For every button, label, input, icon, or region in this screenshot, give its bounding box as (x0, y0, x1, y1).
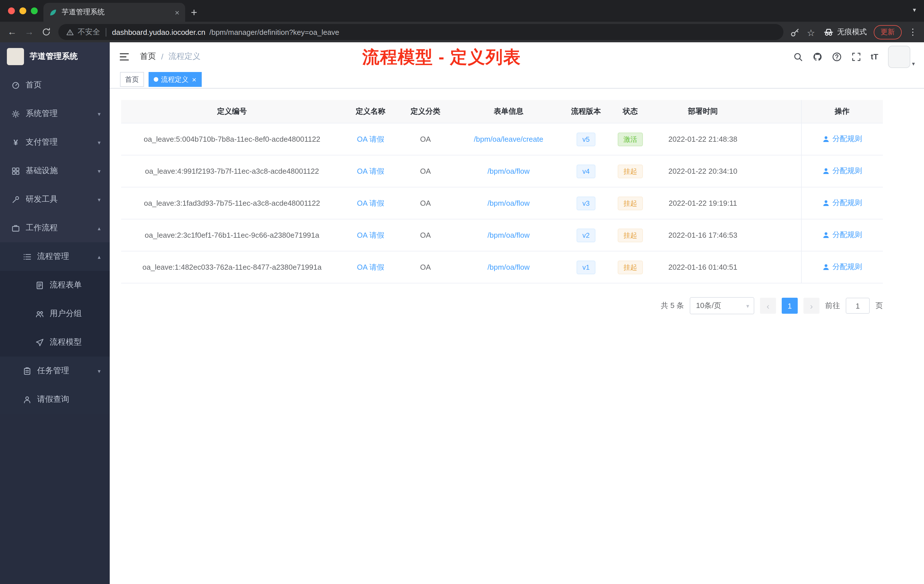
annotation-overlay: 流程模型 - 定义列表 (362, 46, 521, 69)
definition-name-link[interactable]: OA 请假 (357, 135, 384, 143)
key-icon[interactable] (790, 27, 800, 37)
person-icon (23, 395, 31, 404)
page-size-select[interactable]: 10条/页 ▾ (690, 297, 754, 314)
process-version-cell: v2 (564, 219, 607, 251)
sidebar-item-用户分组[interactable]: 用户分组 (0, 299, 110, 328)
tag-流程定义[interactable]: 流程定义× (148, 72, 201, 87)
assign-rule-link[interactable]: 分配规则 (822, 198, 862, 208)
sidebar-item-请假查询[interactable]: 请假查询 (0, 385, 110, 414)
action-cell: 分配规则 (801, 187, 883, 219)
next-page-button[interactable]: › (804, 298, 819, 314)
assign-rule-link[interactable]: 分配规则 (822, 262, 862, 272)
fullscreen-icon[interactable] (851, 52, 861, 61)
update-button[interactable]: 更新 (874, 25, 902, 39)
column-header: 部署时间 (653, 100, 752, 123)
tag-label: 首页 (125, 74, 139, 84)
form-info-link[interactable]: /bpm/oa/flow (487, 199, 530, 208)
collapse-menu-button[interactable] (119, 51, 130, 62)
new-tab-button[interactable]: + (191, 6, 197, 19)
gear-icon (12, 109, 20, 118)
definition-name-link[interactable]: OA 请假 (357, 199, 384, 207)
status-cell: 挂起 (607, 251, 653, 283)
back-button[interactable]: ← (7, 27, 17, 37)
form-info-link[interactable]: /bpm/oa/leave/create (474, 135, 543, 144)
sidebar-item-label: 工作流程 (26, 223, 58, 233)
task-icon (23, 366, 31, 375)
search-icon[interactable] (793, 52, 803, 61)
help-icon[interactable] (832, 52, 842, 61)
status-cell: 挂起 (607, 187, 653, 219)
sidebar-item-研发工具[interactable]: 研发工具▾ (0, 185, 110, 214)
sidebar-item-支付管理[interactable]: ¥支付管理▾ (0, 128, 110, 157)
assign-rule-link[interactable]: 分配规则 (822, 134, 862, 144)
breadcrumb-home[interactable]: 首页 (140, 51, 156, 62)
sidebar-item-流程管理[interactable]: 流程管理▴ (0, 242, 110, 271)
sidebar-item-任务管理[interactable]: 任务管理▾ (0, 356, 110, 385)
tag-label: 流程定义 (161, 74, 188, 84)
page-number-button[interactable]: 1 (782, 298, 798, 314)
definition-name-link[interactable]: OA 请假 (357, 167, 384, 175)
form-info-link[interactable]: /bpm/oa/flow (487, 167, 530, 175)
url-bar[interactable]: 不安全 dashboard.yudao.iocoder.cn/bpm/manag… (58, 24, 784, 40)
minimize-window-button[interactable] (20, 7, 26, 14)
table-row: oa_leave:2:3c1f0ef1-76b1-11ec-9c66-a2380… (121, 219, 883, 251)
sidebar-item-label: 流程表单 (50, 280, 82, 290)
form-info-link[interactable]: /bpm/oa/flow (487, 263, 530, 271)
goto-page-input[interactable] (846, 298, 870, 314)
tag-close-icon[interactable]: × (192, 75, 196, 84)
sidebar-item-label: 基础设施 (26, 166, 58, 176)
close-window-button[interactable] (8, 7, 15, 14)
chevron-up-icon: ▴ (98, 225, 101, 231)
user-icon (822, 264, 830, 271)
bookmark-star-icon[interactable]: ☆ (807, 27, 817, 37)
logo-avatar (7, 48, 24, 65)
sidebar-item-系统管理[interactable]: 系统管理▾ (0, 99, 110, 128)
sidebar-item-label: 任务管理 (37, 366, 69, 376)
assign-rule-link[interactable]: 分配规则 (822, 230, 862, 240)
browser-menu-icon[interactable]: ⋮ (909, 27, 917, 37)
tag-首页[interactable]: 首页 (120, 72, 144, 87)
definition-id-cell: oa_leave:4:991f2193-7b7f-11ec-a3c8-acde4… (121, 155, 343, 187)
tab-close-icon[interactable]: × (175, 8, 180, 17)
pagination-total: 共 5 条 (661, 300, 684, 311)
sidebar-item-流程模型[interactable]: 流程模型 (0, 328, 110, 356)
process-version-cell: v1 (564, 251, 607, 283)
user-avatar[interactable] (888, 45, 910, 68)
prev-page-button[interactable]: ‹ (760, 298, 776, 314)
process-version-cell: v3 (564, 187, 607, 219)
sidebar-item-首页[interactable]: 首页 (0, 71, 110, 99)
form-info-link[interactable]: /bpm/oa/flow (487, 231, 530, 239)
user-icon (822, 167, 830, 175)
sidebar-item-label: 请假查询 (37, 394, 69, 404)
browser-tab[interactable]: 芋道管理系统 × (43, 3, 185, 22)
user-menu[interactable]: ▾ (888, 45, 915, 68)
avatar-caret-icon: ▾ (912, 60, 915, 68)
assign-rule-label: 分配规则 (833, 230, 862, 240)
font-size-icon[interactable]: tT (871, 52, 878, 61)
reload-button[interactable] (41, 27, 51, 36)
definition-name-link[interactable]: OA 请假 (357, 231, 384, 239)
sidebar-item-label: 流程管理 (37, 251, 69, 262)
sidebar-item-基础设施[interactable]: 基础设施▾ (0, 157, 110, 185)
breadcrumb-separator: / (161, 52, 163, 61)
definition-name-cell: OA 请假 (343, 219, 398, 251)
definition-name-link[interactable]: OA 请假 (357, 262, 384, 271)
tab-search-caret-icon[interactable]: ▾ (913, 6, 916, 14)
column-header: 状态 (607, 100, 653, 123)
sidebar-item-label: 流程模型 (50, 337, 82, 347)
app-logo: 芋道管理系统 (0, 42, 110, 71)
chevron-down-icon: ▾ (98, 139, 101, 145)
form-info-cell: /bpm/oa/flow (452, 219, 564, 251)
app-title: 芋道管理系统 (30, 51, 78, 62)
sidebar-item-工作流程[interactable]: 工作流程▴ (0, 214, 110, 242)
definition-name-cell: OA 请假 (343, 251, 398, 283)
zoom-window-button[interactable] (31, 7, 38, 14)
screen: 芋道管理系统 × + ▾ ← → 不安全 dashboard.yudao.ioc… (0, 0, 924, 584)
github-icon[interactable] (813, 52, 822, 61)
forward-button[interactable]: → (24, 27, 34, 37)
sidebar-item-流程表单[interactable]: 流程表单 (0, 271, 110, 299)
assign-rule-link[interactable]: 分配规则 (822, 166, 862, 176)
version-badge: v4 (577, 164, 595, 178)
definition-category-cell: OA (398, 187, 452, 219)
model-icon (35, 338, 44, 346)
